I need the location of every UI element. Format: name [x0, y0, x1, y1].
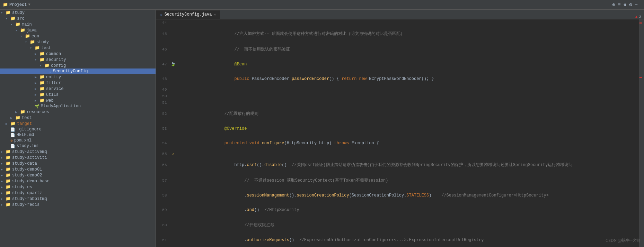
warning-icon: ⚠	[172, 152, 175, 157]
spring-bean-icon: 🍃	[171, 62, 176, 66]
sidebar-item-resources[interactable]: ▶ 📁 resources	[0, 109, 156, 115]
sidebar-item-src[interactable]: ▾ 📁 src	[0, 16, 156, 21]
gutter-cell	[170, 233, 177, 247]
line-number: 60	[156, 217, 170, 233]
sidebar-item-study-iml[interactable]: 📄 study.iml	[0, 143, 156, 149]
top-bar-actions: ⊕ ≡ ⇅ ⚙ −	[612, 2, 638, 8]
code-cell: .authorizeRequests() //ExpressionUriAuth…	[177, 233, 639, 247]
sidebar-item-main[interactable]: ▾ 📁 main	[0, 21, 156, 27]
minimize-icon[interactable]: −	[635, 2, 638, 8]
sidebar-item-com[interactable]: ▾ 📁 com	[0, 33, 156, 39]
line-number: 46	[156, 42, 170, 57]
module-folder-icon: 📁	[6, 190, 11, 195]
sidebar-item-study-demo01[interactable]: ▶ 📁 study-demo01	[0, 166, 156, 172]
tab-close-button[interactable]: ✕	[214, 12, 216, 17]
gutter-cell	[170, 203, 177, 217]
code-table: 44 45 //注入加密方式-- 后面就会使用这种方式进行对密码的对比（明文与密…	[156, 19, 639, 247]
sidebar-item-gitignore[interactable]: 📄 .gitignore	[0, 127, 156, 132]
sidebar-item-security-config[interactable]: ☕ SecurityConfig	[0, 68, 156, 74]
table-row: 48 public PasswordEncoder passwordEncode…	[156, 72, 639, 86]
sidebar-item-study-rabbitmq[interactable]: ▶ 📁 study-rabbitmq	[0, 196, 156, 202]
module-folder-icon: 📁	[6, 173, 11, 178]
folder-icon: 📁	[25, 34, 30, 39]
folder-icon: 📁	[30, 39, 35, 45]
code-cell: @Override	[177, 121, 639, 136]
settings-icon[interactable]: ⚙	[629, 2, 632, 8]
sidebar-item-target[interactable]: ▶ 📁 target	[0, 121, 156, 127]
expand-arrow-icon: ▶	[1, 167, 6, 172]
sidebar-item-pom[interactable]: ⚙ pom.xml	[0, 138, 156, 143]
table-row: 59 .and() //HttpSecurity	[156, 203, 639, 217]
line-number: 52	[156, 106, 170, 121]
error-count: 3	[639, 15, 641, 19]
expand-arrow-icon: ▶	[10, 116, 15, 120]
align-icon[interactable]: ≡	[618, 2, 620, 8]
sidebar-item-security[interactable]: ▾ 📁 security	[0, 57, 156, 63]
sidebar-item-utils[interactable]: ▶ 📁 utils	[0, 92, 156, 98]
sidebar-item-study2[interactable]: ▾ 📁 study	[0, 39, 156, 45]
sidebar-item-study[interactable]: ▾ 📁 study	[0, 10, 156, 16]
sidebar-item-study-data[interactable]: ▶ 📁 study-data	[0, 161, 156, 166]
sidebar-item-study-activemq[interactable]: ▶ 📁 study-activemq	[0, 149, 156, 155]
table-row: 44	[156, 19, 639, 26]
sidebar-item-test[interactable]: ▾ 📁 test	[0, 45, 156, 51]
sort-icon[interactable]: ⇅	[624, 2, 626, 8]
folder-icon: 📁	[39, 86, 45, 91]
module-folder-icon: 📁	[6, 155, 11, 160]
table-row: 47 🍃 @Bean	[156, 57, 639, 72]
code-cell: // 而不使用默认的密码验证	[177, 42, 639, 57]
gutter-cell	[170, 42, 177, 57]
gutter-cell	[170, 86, 177, 93]
gutter-cell	[170, 19, 177, 26]
sidebar-item-study-quartz[interactable]: ▶ 📁 study-quartz	[0, 190, 156, 196]
spring-icon: 🌱	[35, 104, 39, 109]
table-row: 46 // 而不使用默认的密码验证	[156, 42, 639, 57]
expand-arrow-icon: ▶	[1, 162, 6, 166]
sidebar-item-study-demo-base[interactable]: ▶ 📁 study-demo-base	[0, 178, 156, 184]
table-row: 56 http.csrf().disable() //关闭csrf验证(防止跨站…	[156, 157, 639, 173]
expand-arrow-icon: ▶	[1, 150, 6, 154]
code-cell: public PasswordEncoder passwordEncoder()…	[177, 72, 639, 86]
table-row: 51	[156, 99, 639, 106]
sidebar-item-study-es[interactable]: ▶ 📁 study-es	[0, 184, 156, 190]
folder-icon: 📁	[39, 80, 45, 85]
sidebar-item-study-activiti[interactable]: ▶ 📁 study-activiti	[0, 155, 156, 161]
sidebar-item-study-demo02[interactable]: ▶ 📁 study-demo02	[0, 172, 156, 178]
sidebar-item-study-app[interactable]: 🌱 StudyApplication	[0, 103, 156, 109]
expand-arrow-icon: ▶	[1, 179, 6, 183]
folder-icon: 📁	[39, 74, 45, 80]
code-cell: // 不通过session 获取SecurityContext(基于Token不…	[177, 173, 639, 188]
expand-arrow-icon: ▶	[1, 197, 6, 201]
sidebar-item-config[interactable]: ▾ 📁 config	[0, 63, 156, 68]
target-icon[interactable]: ⊕	[612, 2, 615, 8]
error-count-area: ▲ 3	[635, 15, 641, 19]
project-sidebar[interactable]: ▾ 📁 study ▾ 📁 src ▾ 📁 main ▾ 📁 java ▾ 📁 …	[0, 10, 156, 247]
top-bar-title: Project	[9, 2, 27, 7]
gutter-cell	[170, 93, 177, 99]
sidebar-item-help[interactable]: 📄 HELP.md	[0, 132, 156, 138]
dropdown-arrow-icon[interactable]: ▼	[28, 3, 30, 7]
sidebar-item-test2[interactable]: ▶ 📁 test	[0, 115, 156, 121]
table-row: 58 .sessionManagement().sessionCreationP…	[156, 188, 639, 203]
line-number: 54	[156, 136, 170, 150]
iml-icon: 📄	[10, 144, 15, 148]
line-number: 48	[156, 72, 170, 86]
gutter-cell	[170, 99, 177, 106]
sidebar-item-filter[interactable]: ▶ 📁 filter	[0, 80, 156, 86]
code-cell: .and() //HttpSecurity	[177, 203, 639, 217]
expand-arrow-icon: ▶	[1, 203, 6, 207]
sidebar-item-java[interactable]: ▾ 📁 java	[0, 27, 156, 33]
tab-label: SecurityConfig.java	[165, 12, 212, 17]
tab-security-config[interactable]: ☕ SecurityConfig.java ✕	[156, 10, 220, 19]
line-number: 59	[156, 203, 170, 217]
code-editor[interactable]: 44 45 //注入加密方式-- 后面就会使用这种方式进行对密码的对比（明文与密…	[156, 19, 639, 247]
sidebar-item-entity[interactable]: ▶ 📁 entity	[0, 74, 156, 80]
sidebar-item-study-redis[interactable]: ▶ 📁 study-redis	[0, 202, 156, 208]
code-cell	[177, 150, 639, 157]
expand-arrow-icon: ▶	[35, 87, 39, 91]
sidebar-item-web[interactable]: ▶ 📁 web	[0, 98, 156, 103]
code-cell	[177, 86, 639, 93]
sidebar-item-service[interactable]: ▶ 📁 service	[0, 86, 156, 92]
expand-arrow-icon: ▾	[10, 22, 15, 27]
sidebar-item-common[interactable]: ▶ 📁 common	[0, 51, 156, 57]
